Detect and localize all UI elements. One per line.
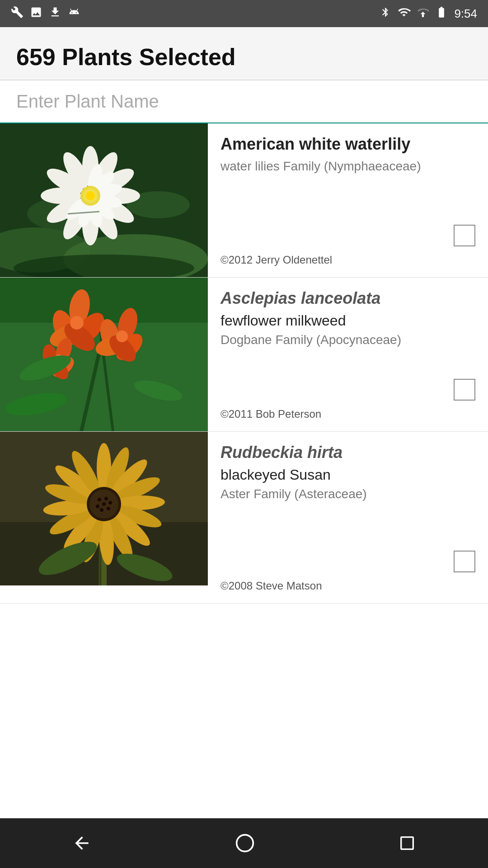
plant-common-name-milkweed: fewflower milkweed — [221, 312, 475, 329]
svg-point-87 — [237, 835, 253, 852]
plant-bottom-waterlily: ©2012 Jerry Oldenettel — [221, 225, 475, 266]
svg-point-78 — [98, 498, 101, 501]
bluetooth-icon — [380, 6, 391, 21]
svg-point-80 — [108, 501, 112, 505]
plant-item-milkweed[interactable]: Asclepias lanceolata fewflower milkweed … — [0, 278, 488, 432]
svg-rect-0 — [422, 14, 424, 17]
plant-checkbox-milkweed[interactable] — [454, 379, 475, 401]
plant-copyright-waterlily: ©2012 Jerry Oldenettel — [221, 254, 475, 266]
plant-item-waterlily[interactable]: American white waterlily water lilies Fa… — [0, 123, 488, 278]
plant-info-susanna: Rudbeckia hirta blackeyed Susan Aster Fa… — [208, 432, 488, 603]
plant-item-susanna[interactable]: Rudbeckia hirta blackeyed Susan Aster Fa… — [0, 432, 488, 604]
plant-common-name-susanna: blackeyed Susan — [221, 467, 475, 483]
nav-bar — [0, 818, 488, 868]
search-input[interactable] — [16, 80, 472, 123]
recent-apps-button[interactable] — [398, 834, 416, 852]
plant-name-italic-milkweed: Asclepias lanceolata — [221, 288, 475, 308]
plant-list: American white waterlily water lilies Fa… — [0, 123, 488, 818]
svg-point-79 — [104, 497, 108, 500]
signal-icon — [417, 6, 429, 21]
svg-point-81 — [107, 507, 110, 510]
plant-name-primary-waterlily: American white waterlily — [221, 134, 475, 154]
search-container — [0, 80, 488, 123]
plant-family-susanna: Aster Family (Asteraceae) — [221, 486, 475, 502]
page-title: 659 Plants Selected — [16, 43, 472, 71]
plant-bottom-milkweed: ©2011 Bob Peterson — [221, 379, 475, 420]
plant-family-milkweed: Dogbane Family (Apocynaceae) — [221, 332, 475, 348]
plant-image-waterlily — [0, 123, 208, 277]
status-bar-right-icons: 9:54 — [380, 6, 477, 21]
status-bar-left-icons — [11, 6, 80, 21]
status-time: 9:54 — [454, 7, 477, 21]
plant-info-milkweed: Asclepias lanceolata fewflower milkweed … — [208, 278, 488, 431]
wifi-icon — [397, 6, 411, 21]
header: 659 Plants Selected — [0, 27, 488, 80]
svg-rect-88 — [401, 837, 413, 849]
plant-checkbox-susanna[interactable] — [454, 551, 475, 572]
wrench-icon — [11, 6, 23, 21]
plant-family-waterlily: water lilies Family (Nymphaeaceae) — [221, 158, 475, 175]
plant-copyright-susanna: ©2008 Steve Matson — [221, 580, 475, 592]
status-bar: 9:54 — [0, 0, 488, 27]
back-button[interactable] — [72, 833, 92, 853]
plant-copyright-milkweed: ©2011 Bob Peterson — [221, 408, 475, 420]
plant-checkbox-waterlily[interactable] — [454, 225, 475, 246]
svg-point-40 — [70, 316, 84, 330]
svg-point-29 — [86, 191, 95, 200]
svg-point-83 — [96, 505, 99, 508]
plant-info-waterlily: American white waterlily water lilies Fa… — [208, 123, 488, 277]
plant-image-susanna — [0, 432, 208, 585]
download-icon — [49, 6, 61, 21]
plant-image-milkweed — [0, 278, 208, 431]
svg-point-82 — [100, 508, 103, 512]
android-icon — [68, 6, 80, 21]
plant-bottom-susanna: ©2008 Steve Matson — [221, 551, 475, 592]
svg-point-84 — [102, 502, 106, 506]
battery-icon — [435, 6, 448, 21]
home-button[interactable] — [235, 833, 255, 853]
plant-name-italic-susanna: Rudbeckia hirta — [221, 443, 475, 462]
main-content: 659 Plants Selected — [0, 27, 488, 818]
svg-point-46 — [116, 330, 128, 342]
image-icon — [30, 6, 42, 21]
